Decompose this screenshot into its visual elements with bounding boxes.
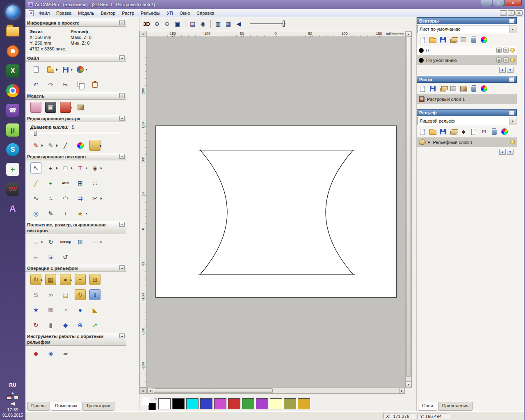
open-model-icon[interactable] bbox=[45, 64, 56, 75]
maximize-button[interactable]: □ bbox=[493, 0, 504, 6]
menu-item[interactable]: Вектор bbox=[98, 10, 119, 16]
color-swatch[interactable] bbox=[200, 398, 212, 409]
collapse-section-button[interactable]: ▲ bbox=[119, 333, 125, 338]
vector-doctor-icon[interactable]: + bbox=[60, 208, 71, 219]
action-center-flag-icon[interactable] bbox=[7, 395, 12, 399]
tab-toolpaths[interactable]: Траектории bbox=[82, 402, 114, 411]
undo-icon[interactable]: ↶ bbox=[30, 79, 41, 90]
block-array-icon[interactable]: ⊞ bbox=[75, 236, 86, 247]
male-female-relief-icon[interactable]: ◆ bbox=[30, 348, 41, 359]
fan-relief-icon[interactable]: ◔ bbox=[60, 304, 71, 315]
smooth-curve-icon[interactable]: ≈ bbox=[45, 193, 56, 204]
move-layer-up-button[interactable]: ▲ bbox=[499, 149, 506, 155]
collapse-section-button[interactable]: ▲ bbox=[119, 20, 125, 25]
zoom-page-button[interactable]: ▤ bbox=[188, 19, 197, 28]
create-ellipse-icon[interactable]: ◎ bbox=[30, 208, 41, 219]
taskbar-solidworks[interactable]: SW bbox=[3, 180, 22, 199]
vector-shape[interactable] bbox=[156, 126, 397, 298]
collapse-section-button[interactable]: ▲ bbox=[119, 154, 125, 159]
collapse-section-button[interactable]: ▲ bbox=[119, 55, 125, 60]
circular-array-icon[interactable]: ↻ bbox=[45, 236, 56, 247]
start-button[interactable] bbox=[3, 2, 22, 21]
ruler-origin-button[interactable]: ⊞ bbox=[139, 31, 147, 37]
previous-view-button[interactable]: ◀ bbox=[234, 19, 243, 28]
merge-relief-layers-icon[interactable] bbox=[449, 128, 457, 136]
collapse-panel-button[interactable]: ▲ bbox=[509, 110, 514, 115]
new-model-icon[interactable] bbox=[30, 64, 41, 75]
dome-sphere-icon[interactable]: ● bbox=[75, 304, 86, 315]
mdi-document-icon[interactable]: A bbox=[29, 10, 34, 16]
tab-applications[interactable]: Приложения bbox=[438, 402, 472, 411]
color-swatch[interactable] bbox=[256, 398, 268, 409]
color-swatch[interactable] bbox=[158, 398, 171, 409]
bitmap-preview-icon[interactable] bbox=[459, 84, 468, 93]
vector-layer-row[interactable]: По умолчанию ⊞ ✎ bbox=[417, 55, 517, 65]
taskbar-utorrent[interactable]: µ bbox=[3, 121, 22, 139]
import-model-icon[interactable] bbox=[75, 64, 86, 75]
spiral-icon[interactable]: ↺ bbox=[60, 251, 71, 262]
copy-bitmap-layer-icon[interactable] bbox=[449, 84, 457, 93]
scroll-right-button[interactable]: ▶ bbox=[399, 388, 405, 393]
visibility-bulb-icon[interactable] bbox=[510, 48, 515, 52]
vector-layer-row[interactable]: 0 ⊞ ✎ bbox=[417, 46, 517, 55]
taskbar-green-app[interactable]: + bbox=[3, 160, 22, 179]
menu-item[interactable]: Окно bbox=[176, 10, 194, 16]
menu-item[interactable]: Растр bbox=[119, 10, 137, 16]
primary-secondary-colors[interactable]: ∞ bbox=[141, 397, 157, 410]
slider-handle[interactable] bbox=[34, 131, 37, 136]
zoom-slider[interactable] bbox=[250, 20, 285, 28]
paint-tool-icon[interactable]: ✎ bbox=[30, 140, 41, 151]
save-vectors-icon[interactable] bbox=[439, 36, 447, 44]
new-bitmap-layer-icon[interactable] bbox=[418, 84, 427, 93]
unwrap-relief-icon[interactable]: ↗ bbox=[89, 320, 100, 331]
scroll-up-button[interactable]: ▲ bbox=[406, 31, 411, 37]
menu-item[interactable]: Рельефы bbox=[137, 10, 164, 16]
zoom-window-button[interactable]: ▣ bbox=[173, 19, 182, 28]
relief-texture-icon[interactable]: ⊞ bbox=[480, 128, 488, 136]
visibility-bulb-icon[interactable] bbox=[510, 58, 515, 62]
relief-preview-icon[interactable]: ◆ bbox=[459, 128, 468, 136]
delete-bitmap-layer-icon[interactable] bbox=[470, 84, 478, 93]
create-star-icon[interactable]: ★ bbox=[75, 208, 86, 219]
volume-icon[interactable] bbox=[11, 402, 15, 406]
layer-color-dot[interactable] bbox=[419, 58, 424, 63]
vector-layer-color-icon[interactable] bbox=[480, 36, 488, 44]
save-model-icon[interactable] bbox=[60, 64, 71, 75]
point-array-icon[interactable]: ∷ bbox=[89, 178, 100, 189]
set-model-size-icon[interactable] bbox=[30, 102, 41, 113]
expand-arrow-icon[interactable]: ▶ bbox=[428, 141, 430, 144]
new-vector-layer-icon[interactable] bbox=[418, 36, 427, 44]
delete-vector-layer-icon[interactable] bbox=[470, 36, 478, 44]
color-swatch[interactable] bbox=[284, 398, 296, 409]
sculpting-icon[interactable]: ↻ bbox=[30, 274, 41, 285]
taskbar-skype[interactable]: S bbox=[3, 140, 22, 159]
language-indicator[interactable]: RU bbox=[9, 382, 16, 388]
star-relief-icon[interactable]: ★ bbox=[30, 304, 41, 315]
horizontal-scroll-thumb[interactable]: ::: bbox=[154, 388, 273, 393]
cut-icon[interactable]: ✂ bbox=[60, 79, 71, 90]
relief-layer-color-icon[interactable] bbox=[500, 128, 509, 136]
create-arc-icon[interactable]: ◠ bbox=[60, 193, 71, 204]
drawing-viewport[interactable] bbox=[147, 37, 405, 388]
scroll-down-button[interactable]: ▼ bbox=[406, 381, 411, 387]
zoom-out-button[interactable]: ⊖ bbox=[163, 19, 172, 28]
lock-layer-icon[interactable]: ⊞ bbox=[496, 48, 502, 53]
face-wizard-icon[interactable]: ▤ bbox=[60, 289, 71, 300]
edit-layer-icon[interactable]: ✎ bbox=[503, 48, 509, 53]
celtic-knot-icon[interactable]: ∞ bbox=[45, 289, 56, 300]
vertical-scroll-thumb[interactable] bbox=[406, 38, 411, 377]
preview-model-image-icon[interactable] bbox=[75, 102, 86, 113]
close-button[interactable]: × bbox=[504, 0, 522, 6]
copy-vector-layer-icon[interactable] bbox=[459, 36, 468, 44]
twist-relief-icon[interactable]: ↻ bbox=[30, 320, 41, 331]
paste-along-curve-icon[interactable]: ⋯ bbox=[89, 236, 100, 247]
taskbar-chrome[interactable] bbox=[3, 81, 22, 100]
color-swatch[interactable] bbox=[186, 398, 199, 409]
collapse-section-button[interactable]: ▲ bbox=[119, 265, 125, 270]
duplicate-relief-layer-icon[interactable] bbox=[470, 128, 478, 136]
color-palette-icon[interactable] bbox=[75, 140, 86, 151]
tray-expand-icon[interactable]: ▲ bbox=[11, 391, 14, 394]
edit-layer-icon[interactable]: ✎ bbox=[503, 57, 509, 63]
tab-layers[interactable]: Слои bbox=[418, 402, 437, 411]
move-layer-down-button[interactable]: ▼ bbox=[507, 149, 514, 155]
